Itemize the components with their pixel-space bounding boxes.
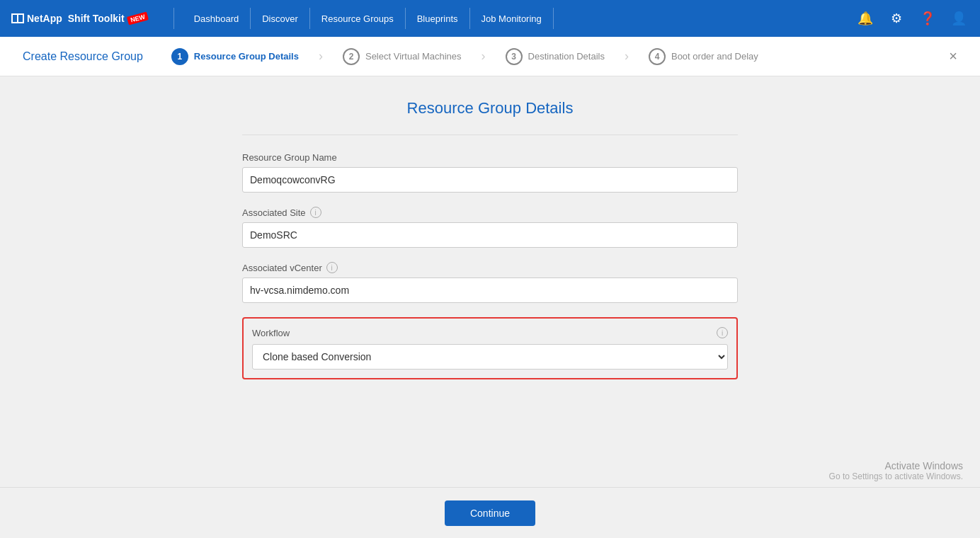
associated-vcenter-input[interactable] — [242, 277, 738, 303]
close-wizard-button[interactable]: × — [949, 48, 957, 64]
rg-name-input[interactable] — [242, 167, 738, 193]
user-icon[interactable]: 👤 — [949, 8, 969, 28]
wizard-step-3[interactable]: 3 Destination Details — [506, 48, 605, 65]
step-label-2: Select Virtual Machines — [365, 51, 462, 62]
step-sep-1: › — [319, 49, 323, 64]
nav-divider-1 — [173, 8, 174, 29]
top-navigation: NetApp Shift Toolkit NEW Dashboard Disco… — [0, 0, 980, 37]
associated-site-label: Associated Site — [242, 207, 306, 218]
wizard-step-4[interactable]: 4 Boot order and Delay — [649, 48, 758, 65]
associated-vcenter-field: Associated vCenter i — [242, 262, 738, 303]
wizard-header: Create Resource Group 1 Resource Group D… — [0, 37, 980, 76]
associated-vcenter-info-icon[interactable]: i — [326, 262, 338, 273]
associated-site-input[interactable] — [242, 222, 738, 248]
main-content: Resource Group Details Resource Group Na… — [0, 76, 980, 538]
notifications-icon[interactable]: 🔔 — [855, 8, 875, 28]
associated-site-info-icon[interactable]: i — [310, 207, 321, 218]
step-label-3: Destination Details — [528, 51, 605, 62]
nav-link-blueprints[interactable]: Blueprints — [406, 0, 469, 37]
workflow-info-icon[interactable]: i — [717, 327, 728, 338]
form-divider — [242, 134, 738, 135]
wizard-step-2[interactable]: 2 Select Virtual Machines — [343, 48, 462, 65]
step-sep-2: › — [482, 49, 486, 64]
settings-icon[interactable]: ⚙ — [887, 8, 906, 28]
brand-area: NetApp Shift Toolkit NEW — [11, 13, 148, 24]
associated-site-field: Associated Site i — [242, 207, 738, 248]
continue-button[interactable]: Continue — [445, 500, 535, 526]
svg-rect-2 — [18, 15, 23, 22]
activate-windows-watermark: Activate Windows Go to Settings to activ… — [829, 460, 963, 481]
workflow-label-row: Workflow i — [252, 327, 728, 338]
wizard-steps: 1 Resource Group Details › 2 Select Virt… — [171, 48, 949, 65]
svg-rect-1 — [13, 15, 17, 22]
associated-vcenter-label: Associated vCenter — [242, 263, 322, 273]
step-circle-3: 3 — [506, 48, 523, 65]
wizard-step-1[interactable]: 1 Resource Group Details — [171, 48, 299, 65]
form-title: Resource Group Details — [407, 99, 574, 118]
nav-link-divider-5 — [553, 8, 554, 29]
step-label-1: Resource Group Details — [194, 51, 299, 62]
step-circle-1: 1 — [171, 48, 188, 65]
activate-windows-subtitle: Go to Settings to activate Windows. — [829, 471, 963, 481]
workflow-field-container: Workflow i Clone based Conversion Live M… — [242, 317, 738, 379]
help-icon[interactable]: ❓ — [918, 8, 938, 28]
netapp-logo: NetApp — [11, 13, 62, 24]
step-circle-4: 4 — [649, 48, 666, 65]
nav-link-resource-groups[interactable]: Resource Groups — [310, 0, 405, 37]
netapp-label: NetApp — [27, 13, 62, 24]
wizard-footer: Continue — [0, 487, 980, 538]
step-sep-3: › — [625, 49, 629, 64]
step-label-4: Boot order and Delay — [671, 51, 758, 62]
workflow-select[interactable]: Clone based Conversion Live Migration Sn… — [252, 344, 728, 370]
nav-link-dashboard[interactable]: Dashboard — [183, 0, 251, 37]
rg-name-label: Resource Group Name — [242, 152, 738, 163]
nav-link-job-monitoring[interactable]: Job Monitoring — [470, 0, 553, 37]
nav-links: Dashboard Discover Resource Groups Bluep… — [183, 0, 855, 37]
step-circle-2: 2 — [343, 48, 360, 65]
activate-windows-title: Activate Windows — [829, 460, 963, 471]
nav-link-discover[interactable]: Discover — [251, 0, 309, 37]
nav-right-icons: 🔔 ⚙ ❓ 👤 — [855, 8, 969, 28]
rg-name-field: Resource Group Name — [242, 152, 738, 193]
workflow-label: Workflow — [252, 328, 290, 338]
toolkit-badge: NEW — [127, 11, 149, 25]
wizard-page-title: Create Resource Group — [23, 50, 143, 63]
associated-site-label-row: Associated Site i — [242, 207, 738, 218]
shift-toolkit-label: Shift Toolkit NEW — [68, 13, 148, 24]
netapp-icon — [11, 13, 24, 23]
associated-vcenter-label-row: Associated vCenter i — [242, 262, 738, 273]
